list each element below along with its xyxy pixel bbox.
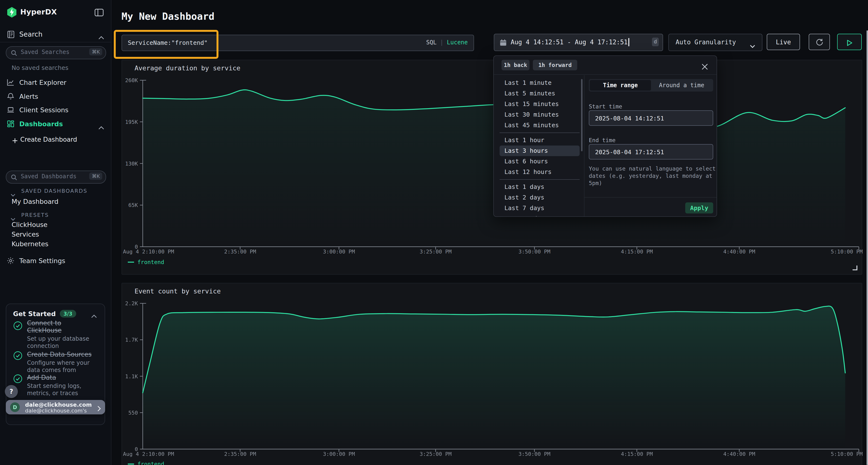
end-time-input[interactable] — [589, 144, 713, 160]
start-time-label: Start time — [589, 103, 622, 110]
close-icon[interactable] — [702, 63, 708, 72]
sidebar-item-dashboards[interactable]: Dashboards — [0, 119, 111, 131]
tab-time-range[interactable]: Time range — [590, 80, 651, 91]
avatar: D — [10, 402, 20, 412]
time-range-option[interactable]: Last 30 minutes — [500, 109, 580, 120]
preset-link-services[interactable]: Services — [11, 230, 103, 240]
chart-panel-event-count: Event count by service 05501.1K1.7K2.2KA… — [122, 283, 862, 465]
query-input[interactable] — [122, 35, 417, 49]
live-button[interactable]: Live — [767, 34, 800, 50]
group-title-label: SAVED DASHBOARDS — [21, 188, 87, 194]
keyboard-hint-badge: d — [652, 38, 659, 46]
panel-resize-handle[interactable] — [852, 266, 858, 270]
svg-text:5:10:00 PM: 5:10:00 PM — [831, 451, 863, 457]
sidebar-item-chart-explorer[interactable]: Chart Explorer — [0, 77, 111, 90]
help-button[interactable]: ? — [5, 385, 18, 398]
shortcut-badge: ⌘K — [89, 172, 102, 180]
time-range-option[interactable]: Last 14 days — [500, 213, 580, 217]
time-range-option[interactable]: Last 15 minutes — [500, 99, 580, 109]
user-menu[interactable]: D dale@clickhouse.com dale@clickhouse.co… — [6, 400, 105, 414]
sidebar-item-client-sessions[interactable]: Client Sessions — [0, 105, 111, 117]
check-circle-icon — [13, 351, 23, 374]
time-range-option[interactable]: Last 1 minute — [500, 77, 580, 88]
chart-canvas[interactable]: 065K130K195K260KAug 4 2:10:00 PM2:35:00 … — [122, 60, 863, 275]
sidebar-item-team-settings[interactable]: Team Settings — [0, 255, 111, 268]
apply-button[interactable]: Apply — [685, 202, 713, 213]
time-range-option[interactable]: Last 7 days — [500, 203, 580, 213]
main-content: My New Dashboard SQL|Lucene Aug 4 14:12:… — [111, 0, 868, 465]
chart-canvas[interactable]: 05501.1K1.7K2.2KAug 4 2:10:00 PM2:35:00 … — [122, 283, 863, 465]
saved-dashboards-input[interactable]: Saved Dashboards ⌘K — [6, 171, 106, 184]
bell-icon — [7, 93, 14, 102]
text-caret — [628, 38, 629, 46]
svg-text:4:40:00 PM: 4:40:00 PM — [723, 451, 755, 457]
collapse-sidebar-icon[interactable] — [94, 9, 104, 18]
brand-name: HyperDX — [20, 8, 57, 16]
calendar-icon — [500, 39, 507, 48]
page-title: My New Dashboard — [122, 10, 214, 22]
svg-text:550: 550 — [128, 410, 138, 416]
time-range-option[interactable]: Last 45 minutes — [500, 120, 580, 131]
get-started-item[interactable]: Create Data Sources Configure where your… — [13, 350, 102, 374]
create-dashboard-button[interactable]: Create Dashboard — [0, 135, 111, 145]
svg-text:3:25:00 PM: 3:25:00 PM — [420, 248, 452, 255]
query-filter-box: SQL|Lucene — [122, 35, 474, 51]
granularity-value: Auto Granularity — [676, 38, 736, 46]
granularity-select[interactable]: Auto Granularity — [669, 34, 763, 51]
dashboard-link-my-dashboard[interactable]: My Dashboard — [11, 198, 103, 207]
preset-link-kubernetes[interactable]: Kubernetes — [11, 240, 103, 250]
shift-back-button[interactable]: 1h back — [501, 60, 529, 70]
time-range-option[interactable]: Last 12 hours — [500, 167, 580, 177]
svg-text:1.1K: 1.1K — [125, 373, 138, 379]
sidebar-section-search[interactable]: Search — [0, 29, 111, 42]
shift-forward-button[interactable]: 1h forward — [533, 60, 577, 70]
refresh-icon — [815, 38, 824, 48]
time-range-option[interactable]: Last 5 minutes — [500, 88, 580, 99]
task-title: Create Data Sources — [27, 351, 92, 358]
search-section-icon — [7, 30, 15, 40]
lucene-toggle[interactable]: Lucene — [447, 39, 468, 46]
saved-searches-input[interactable]: Saved Searches ⌘K — [6, 46, 106, 59]
viewport: HyperDX Search Saved Searches ⌘K No save… — [0, 0, 868, 465]
divider — [500, 133, 580, 133]
get-started-item[interactable]: Connect to ClickHouse Set up your databa… — [13, 320, 102, 350]
scrollbar-thumb[interactable] — [581, 79, 583, 151]
sql-toggle[interactable]: SQL — [426, 39, 436, 46]
svg-text:2:35:00 PM: 2:35:00 PM — [224, 248, 256, 255]
group-saved-dashboards[interactable]: SAVED DASHBOARDS — [0, 187, 111, 196]
tab-around-a-time[interactable]: Around a time — [651, 80, 712, 91]
chevron-up-icon[interactable] — [98, 122, 104, 132]
run-query-button[interactable] — [837, 34, 862, 50]
svg-text:3:00:00 PM: 3:00:00 PM — [323, 248, 355, 255]
time-range-input[interactable]: Aug 4 14:12:51 - Aug 4 17:12:51 d — [494, 34, 663, 51]
time-range-option[interactable]: Last 1 hour — [500, 135, 580, 145]
play-icon — [847, 39, 852, 48]
svg-text:Aug 4 2:10:00 PM: Aug 4 2:10:00 PM — [123, 248, 174, 255]
group-title-label: PRESETS — [21, 212, 49, 218]
legend-label: frontend — [137, 461, 164, 465]
time-range-value: Aug 4 14:12:51 - Aug 4 17:12:51 — [511, 38, 628, 46]
get-started-header[interactable]: Get Started3/3 — [13, 309, 98, 319]
task-title: Add Data — [27, 374, 56, 381]
sidebar-item-alerts[interactable]: Alerts — [0, 91, 111, 104]
page-scrollbar[interactable] — [867, 30, 868, 465]
natural-language-hint: You can use natural language to select d… — [589, 165, 717, 187]
start-time-input[interactable] — [589, 110, 713, 126]
get-started-item[interactable]: Add Data Start sending logs, metrics, or… — [13, 372, 102, 397]
chevron-down-icon — [750, 41, 755, 50]
chevron-up-icon[interactable] — [98, 32, 104, 41]
preset-link-clickhouse[interactable]: ClickHouse — [11, 221, 103, 230]
time-range-option[interactable]: Last 2 days — [500, 192, 580, 203]
group-presets[interactable]: PRESETS — [0, 211, 111, 220]
legend-swatch — [128, 464, 134, 465]
saved-dashboards-placeholder: Saved Dashboards — [21, 173, 76, 180]
search-section-label: Search — [19, 30, 42, 38]
saved-searches-placeholder: Saved Searches — [21, 49, 69, 56]
refresh-button[interactable] — [809, 34, 830, 50]
time-range-option[interactable]: Last 3 hours — [500, 145, 580, 156]
chevron-up-icon[interactable] — [91, 311, 97, 320]
time-range-option[interactable]: Last 6 hours — [500, 156, 580, 167]
gear-icon — [7, 257, 14, 266]
time-range-option[interactable]: Last 1 days — [500, 182, 580, 192]
hyperdx-logo-icon — [7, 7, 17, 20]
